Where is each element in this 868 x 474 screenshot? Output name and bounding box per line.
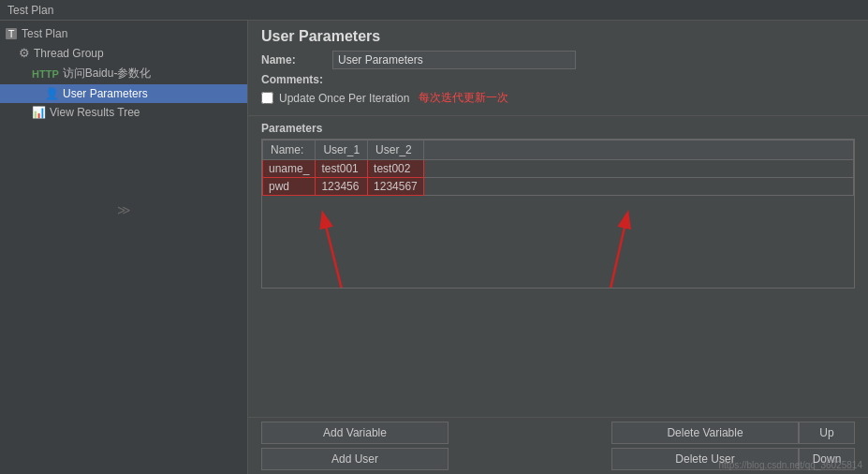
sidebar-label-user-parameters: User Parameters xyxy=(63,87,148,100)
sidebar-item-view-results-tree[interactable]: 📊 View Results Tree xyxy=(0,103,247,122)
params-table: Name: User_1 User_2 uname_ test001 test0… xyxy=(262,140,854,196)
panel-title: User Parameters xyxy=(261,28,855,45)
params-section: Parameters Name: User_1 User_2 uname_ xyxy=(248,116,868,417)
svg-line-2 xyxy=(581,215,627,289)
row2-user1: 123456 xyxy=(316,178,368,196)
row1-extra xyxy=(423,160,853,178)
sidebar-collapse-area: ≫ xyxy=(0,197,247,223)
content-panel: User Parameters Name: Comments: Update O… xyxy=(248,21,868,474)
table-row: uname_ test001 test002 xyxy=(263,160,854,178)
col-header-user2: User_2 xyxy=(368,141,424,160)
chinese-note: 每次迭代更新一次 xyxy=(419,90,508,106)
svg-line-1 xyxy=(323,215,375,289)
name-label: Name: xyxy=(261,53,327,67)
add-variable-button[interactable]: Add Variable xyxy=(261,422,449,444)
update-once-label: Update Once Per Iteration xyxy=(279,92,409,105)
row2-name: pwd xyxy=(263,178,316,196)
sidebar-label-test-plan: Test Plan xyxy=(22,27,67,40)
sidebar-item-baidu-param[interactable]: HTTP 访问Baidu-参数化 xyxy=(0,63,247,84)
update-once-row: Update Once Per Iteration 每次迭代更新一次 xyxy=(261,90,855,106)
col-header-extra xyxy=(423,141,853,160)
comments-row: Comments: xyxy=(261,73,855,86)
col-header-name: Name: xyxy=(263,141,316,160)
sidebar-label-view-results-tree: View Results Tree xyxy=(50,106,140,119)
delete-variable-button[interactable]: Delete Variable xyxy=(611,422,799,444)
name-row: Name: xyxy=(261,51,855,69)
menu-title: Test Plan xyxy=(7,4,53,17)
sidebar-item-user-parameters[interactable]: 👤 User Parameters xyxy=(0,84,247,103)
user-param-icon: 👤 xyxy=(45,87,59,100)
sidebar-item-test-plan[interactable]: T Test Plan xyxy=(0,24,247,43)
table-row: pwd 123456 1234567 xyxy=(263,178,854,196)
row1-user2: test002 xyxy=(368,160,424,178)
http-icon: HTTP xyxy=(32,68,59,80)
sidebar-label-thread-group: Thread Group xyxy=(34,47,104,60)
name-input[interactable] xyxy=(332,51,576,69)
thread-group-icon: ⚙ xyxy=(19,46,30,60)
params-table-wrapper: Name: User_1 User_2 uname_ test001 test0… xyxy=(261,139,855,289)
row1-user1: test001 xyxy=(316,160,368,178)
update-once-checkbox[interactable] xyxy=(261,92,273,104)
row1-name: uname_ xyxy=(263,160,316,178)
sidebar-label-baidu-param: 访问Baidu-参数化 xyxy=(63,66,152,81)
sidebar-item-thread-group[interactable]: ⚙ Thread Group xyxy=(0,43,247,63)
watermark: https://blog.csdn.net/qq_36025814 xyxy=(719,460,862,470)
params-title: Parameters xyxy=(261,122,855,135)
test-plan-icon: T xyxy=(6,28,17,39)
collapse-arrows: ≫ xyxy=(117,202,131,217)
row2-extra xyxy=(423,178,853,196)
main-layout: T Test Plan ⚙ Thread Group HTTP 访问Baidu-… xyxy=(0,21,868,474)
table-header-row: Name: User_1 User_2 xyxy=(263,141,854,160)
results-tree-icon: 📊 xyxy=(32,106,46,119)
menu-bar: Test Plan xyxy=(0,0,868,21)
content-header: User Parameters Name: Comments: Update O… xyxy=(248,21,868,116)
col-header-user1: User_1 xyxy=(316,141,368,160)
up-button[interactable]: Up xyxy=(799,422,855,444)
comments-label: Comments: xyxy=(261,73,327,86)
button-row-1: Add Variable Delete Variable Up xyxy=(261,422,855,444)
sidebar: T Test Plan ⚙ Thread Group HTTP 访问Baidu-… xyxy=(0,21,248,474)
add-user-button[interactable]: Add User xyxy=(261,448,449,470)
row2-user2: 1234567 xyxy=(368,178,424,196)
